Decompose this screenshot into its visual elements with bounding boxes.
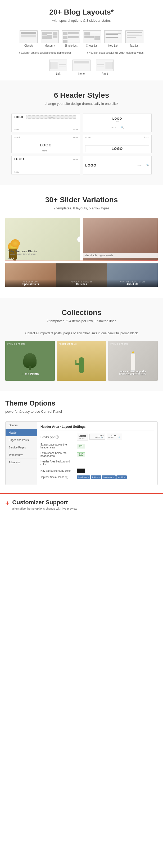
collections-title: Collections xyxy=(5,308,158,317)
dot-1 xyxy=(8,257,10,259)
align-left-label: Left xyxy=(56,72,61,75)
customizer-section: + Customizer Support alternative theme o… xyxy=(0,493,163,516)
layout-simple-list-thumb xyxy=(62,30,80,43)
align-none-thumb xyxy=(72,60,91,71)
dot-3 xyxy=(13,257,14,259)
sidebar-item-service[interactable]: Service Pages xyxy=(5,444,37,451)
layout-chess-list[interactable]: Chess List xyxy=(83,30,101,47)
sidebar-item-typography[interactable]: Typography xyxy=(5,451,37,459)
hd6-search: 🔍 xyxy=(146,164,149,166)
align-none-label: None xyxy=(78,72,85,75)
theme-panel: General Header Pages and Posts Service P… xyxy=(5,422,158,485)
align-left[interactable]: Left xyxy=(49,60,67,75)
hd5-logo: LOGO xyxy=(14,157,24,161)
slider-demo: Why We Love Plants Lorem ipsum dolor sit… xyxy=(5,218,158,260)
collection-item-2[interactable]: PROMO & PROMS ← me Plants xyxy=(57,341,106,381)
alignment-thumbs: Left None Ri xyxy=(5,60,158,75)
tp-control-space-below: 120 xyxy=(77,453,154,457)
collections-subtitle: 2 templates, 2-4 items per row, unlimite… xyxy=(5,319,158,323)
hd6-menu: menu xyxy=(137,164,142,166)
fs-title-2: Cuisines xyxy=(58,283,105,286)
tp-control-social-icons: facebook × twitter × instagram × tumblr … xyxy=(77,475,154,479)
logo-option-menu-icons[interactable]: LOGO menu 🔍 xyxy=(90,434,105,440)
space-below-value[interactable]: 120 xyxy=(77,453,85,457)
collections-section: Collections 2 templates, 2-4 items per r… xyxy=(0,298,163,391)
fs-title-1: Special Diets xyxy=(7,283,54,286)
tp-field-space-below: Extra space below the header area 120 xyxy=(40,452,154,458)
align-none[interactable]: None xyxy=(72,60,91,75)
blog-option1: + Column options available (see demo sit… xyxy=(19,51,71,54)
tag-instagram[interactable]: instagram × xyxy=(102,475,116,479)
header-styles-section: 6 Header Styles change your site design … xyxy=(0,81,163,185)
space-above-input: 120 xyxy=(77,444,154,448)
hd1-banner: banner xyxy=(27,116,76,119)
layout-masonry-label: Masonry xyxy=(45,44,55,47)
bg-color-picker[interactable] xyxy=(77,461,85,465)
sidebar-item-pages[interactable]: Pages and Posts xyxy=(5,436,37,444)
hd1-icons: icons xyxy=(73,128,78,130)
hd3-logo: LOGO xyxy=(40,143,52,147)
theme-panel-main: Header Area · Layout Settings Header typ… xyxy=(37,422,158,485)
sidebar-item-advanced[interactable]: Advanced xyxy=(5,459,37,466)
blog-subtitle: with special options & 3 sidebar states xyxy=(5,19,158,23)
theme-options-section: Theme Options powerful & easy to use Con… xyxy=(0,391,163,493)
fs-overlay-3: What this blog is for About Us xyxy=(107,279,158,287)
tag-twitter[interactable]: twitter × xyxy=(91,475,101,479)
header-title: 6 Header Styles xyxy=(5,91,158,99)
tp-label-space-above: Extra space above the header area xyxy=(40,443,75,449)
tag-facebook[interactable]: facebook × xyxy=(77,475,90,479)
logo-option-menu2[interactable]: LOGO menu 🔍 xyxy=(107,434,122,439)
tp-field-space-above: Extra space above the header area 120 xyxy=(40,443,154,449)
hd6-logo: LOGO xyxy=(85,163,96,167)
layout-neo-list[interactable]: Neo-List xyxy=(104,30,122,47)
slider-left-panel: Why We Love Plants Lorem ipsum dolor sit… xyxy=(5,218,80,260)
collection-title-3: Does A Heart Stop AfteCertain Number Of … xyxy=(108,370,158,375)
layout-classic[interactable]: Classic xyxy=(20,30,38,47)
align-right-thumb xyxy=(96,60,114,71)
sidebar-item-general[interactable]: General xyxy=(5,422,37,429)
collection-item-3[interactable]: PROMO & PROMS Does A Heart Stop AfteCert… xyxy=(108,341,158,381)
hd5-icons: icons xyxy=(73,158,78,160)
slider-right-panel: The Simple Logical Puzzle xyxy=(83,218,158,260)
tag-tumblr[interactable]: tumblr × xyxy=(117,475,127,479)
layout-classic-label: Classic xyxy=(24,44,33,47)
social-tags: facebook × twitter × instagram × tumblr … xyxy=(77,475,154,479)
header-demo-2: LOGO text menu 🔍 xyxy=(83,114,152,132)
tp-section-title: Header Area · Layout Settings xyxy=(40,425,154,430)
nav-color-picker[interactable] xyxy=(77,469,85,473)
hd3-menu: menu xyxy=(42,150,47,152)
customizer-title: Customizer Support xyxy=(12,499,158,506)
info-icon-2[interactable]: ? xyxy=(65,476,68,479)
layout-text-list[interactable]: Text List xyxy=(125,30,143,47)
theme-panel-layout: General Header Pages and Posts Service P… xyxy=(5,422,158,485)
layout-masonry[interactable]: Masonry xyxy=(41,30,59,47)
space-above-value[interactable]: 120 xyxy=(77,444,85,448)
hd2-text: text xyxy=(116,120,119,123)
collection-title-1: ← me Plants xyxy=(5,372,55,375)
tp-label-space-below: Extra space below the header area xyxy=(40,452,75,458)
layout-simple-list[interactable]: Simple List xyxy=(62,30,80,47)
customizer-plus-icon: + xyxy=(5,499,9,507)
logo-option-menu[interactable]: LOGO menu xyxy=(77,434,88,440)
layout-simple-list-label: Simple List xyxy=(65,44,77,47)
hd3-icons: icons xyxy=(73,136,78,138)
hd2-search: 🔍 xyxy=(121,126,124,129)
fs-tag-1: Check it out xyxy=(7,281,54,283)
layout-neo-list-thumb xyxy=(104,30,122,43)
fs-item-3: What this blog is for About Us xyxy=(107,264,158,287)
hd2-logo: LOGO xyxy=(112,117,122,120)
tp-label-bg-color: Header Area background color xyxy=(40,460,75,466)
fs-item-1: Check it out Special Diets xyxy=(5,264,56,287)
sidebar-item-header[interactable]: Header xyxy=(5,429,37,436)
fs-overlay-1: Check it out Special Diets xyxy=(5,279,56,287)
collection-item-1[interactable]: PROMO & PROMS ← me Plants xyxy=(5,341,55,381)
blog-layouts-section: 20+ Blog Layouts* with special options &… xyxy=(0,0,163,81)
hd4-menu: menu xyxy=(85,136,91,138)
header-demo-1: LOGO banner menu icons xyxy=(11,114,80,132)
align-right[interactable]: Right xyxy=(96,60,114,75)
tp-control-space-above: 120 xyxy=(77,444,154,448)
full-slider: Check it out Special Diets Popular Categ… xyxy=(5,264,158,287)
info-icon-1[interactable]: ? xyxy=(56,435,59,439)
blog-option2: + You can set a special full-width look … xyxy=(87,51,144,54)
customizer-subtitle: alternative theme options change with li… xyxy=(12,507,158,510)
